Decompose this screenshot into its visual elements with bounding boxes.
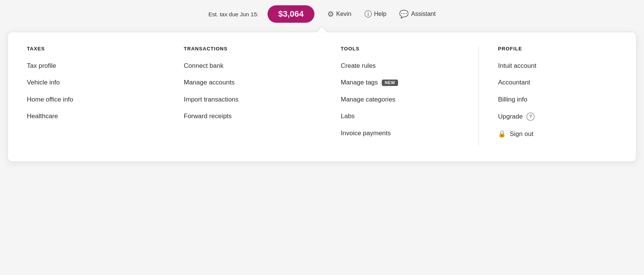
dropdown-arrow <box>0 27 644 33</box>
user-menu[interactable]: ⚙ Kevin <box>327 9 352 19</box>
help-label: Help <box>374 11 387 17</box>
transactions-column: TRANSACTIONS Connect bank Manage account… <box>165 46 322 146</box>
upgrade-help-icon: ? <box>526 112 535 121</box>
gear-icon: ⚙ <box>327 9 334 19</box>
tools-header: TOOLS <box>341 46 460 52</box>
assistant-icon: 💬 <box>399 9 409 19</box>
home-office-info-item[interactable]: Home office info <box>27 96 146 103</box>
tax-due-amount[interactable]: $3,064 <box>268 5 314 23</box>
lock-icon: 🔒 <box>498 130 506 138</box>
connect-bank-label: Connect bank <box>184 62 224 70</box>
accountant-item[interactable]: Accountant <box>498 79 617 86</box>
create-rules-label: Create rules <box>341 62 376 70</box>
assistant-nav[interactable]: 💬 Assistant <box>399 9 436 19</box>
tools-column: TOOLS Create rules Manage tags NEW Manag… <box>322 46 479 146</box>
billing-info-item[interactable]: Billing info <box>498 96 617 103</box>
manage-categories-item[interactable]: Manage categories <box>341 96 460 103</box>
home-office-info-label: Home office info <box>27 96 73 103</box>
manage-tags-label: Manage tags <box>341 79 378 86</box>
tax-profile-item[interactable]: Tax profile <box>27 62 146 70</box>
labs-item[interactable]: Labs <box>341 112 460 120</box>
new-badge: NEW <box>382 80 398 86</box>
upgrade-label: Upgrade <box>498 113 523 120</box>
taxes-header: TAXES <box>27 46 146 52</box>
healthcare-label: Healthcare <box>27 112 58 120</box>
forward-receipts-label: Forward receipts <box>184 112 232 120</box>
connect-bank-item[interactable]: Connect bank <box>184 62 303 70</box>
labs-label: Labs <box>341 112 355 120</box>
invoice-payments-label: Invoice payments <box>341 130 391 137</box>
top-bar: Est. tax due Jun 15: $3,064 ⚙ Kevin ⓘ He… <box>0 0 644 27</box>
sign-out-item[interactable]: 🔒 Sign out <box>498 130 617 138</box>
accountant-label: Accountant <box>498 79 530 86</box>
transactions-header: TRANSACTIONS <box>184 46 303 52</box>
upgrade-item[interactable]: Upgrade ? <box>498 112 617 121</box>
billing-info-label: Billing info <box>498 96 527 103</box>
vehicle-info-label: Vehicle info <box>27 79 60 86</box>
arrow-up-shape <box>317 27 327 33</box>
help-icon: ⓘ <box>364 9 372 19</box>
intuit-account-label: Intuit account <box>498 62 536 70</box>
import-transactions-label: Import transactions <box>184 96 239 103</box>
invoice-payments-item[interactable]: Invoice payments <box>341 130 460 137</box>
forward-receipts-item[interactable]: Forward receipts <box>184 112 303 120</box>
taxes-column: TAXES Tax profile Vehicle info Home offi… <box>8 46 165 146</box>
profile-column: PROFILE Intuit account Accountant Billin… <box>479 46 636 146</box>
user-name: Kevin <box>336 11 352 17</box>
manage-tags-item[interactable]: Manage tags NEW <box>341 79 460 86</box>
healthcare-item[interactable]: Healthcare <box>27 112 146 120</box>
assistant-label: Assistant <box>411 11 436 17</box>
dropdown-panel: TAXES Tax profile Vehicle info Home offi… <box>8 32 636 162</box>
create-rules-item[interactable]: Create rules <box>341 62 460 70</box>
manage-categories-label: Manage categories <box>341 96 396 103</box>
sign-out-label: Sign out <box>510 130 533 138</box>
tax-profile-label: Tax profile <box>27 62 56 70</box>
import-transactions-item[interactable]: Import transactions <box>184 96 303 103</box>
tax-due-label: Est. tax due Jun 15: <box>208 11 259 17</box>
manage-accounts-label: Manage accounts <box>184 79 235 86</box>
vehicle-info-item[interactable]: Vehicle info <box>27 79 146 86</box>
manage-accounts-item[interactable]: Manage accounts <box>184 79 303 86</box>
profile-header: PROFILE <box>498 46 617 52</box>
intuit-account-item[interactable]: Intuit account <box>498 62 617 70</box>
help-nav[interactable]: ⓘ Help <box>364 9 387 19</box>
